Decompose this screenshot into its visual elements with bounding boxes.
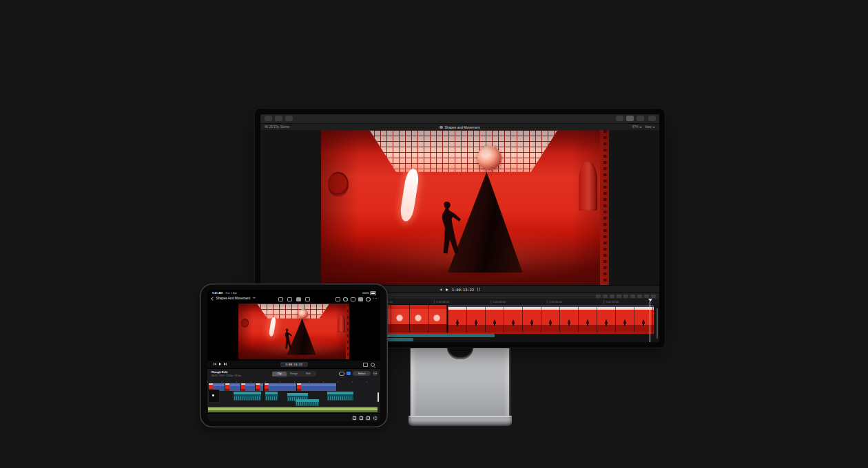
connected-clip-placeholder[interactable] — [208, 390, 220, 403]
video-clip[interactable] — [448, 305, 654, 334]
more-icon[interactable] — [373, 371, 378, 376]
overwrite-icon[interactable] — [359, 416, 364, 421]
video-clip[interactable] — [241, 383, 256, 391]
fcp-ipad-app: 9:41 AM Tue 1 Apr 100% Shapes And Moveme… — [207, 290, 380, 421]
transitions-icon[interactable] — [651, 295, 656, 298]
segment-clip[interactable]: Clip — [272, 372, 287, 376]
connect-tool-icon[interactable] — [347, 372, 351, 376]
share-icon[interactable] — [648, 116, 656, 121]
media-browser-icon[interactable] — [358, 297, 363, 302]
music-track[interactable] — [208, 407, 378, 412]
status-date: Tue 1 Apr — [225, 291, 237, 295]
floor-shadow — [431, 265, 528, 279]
wall-porthole — [241, 319, 249, 328]
more-icon[interactable] — [373, 297, 377, 301]
zoom-level-dropdown[interactable]: 67% — [632, 125, 639, 129]
stand-notch — [447, 348, 473, 359]
timeline-scroll-indicator[interactable] — [378, 392, 379, 402]
snapping-icon[interactable] — [630, 295, 635, 298]
timeline-scrollbar[interactable] — [657, 308, 658, 339]
timecode-display: 1:00:13:22 — [280, 362, 308, 367]
wall-light-window — [269, 317, 277, 337]
view-dropdown[interactable]: View — [645, 125, 652, 129]
expand-icon[interactable] — [363, 363, 368, 367]
playhead[interactable] — [650, 299, 650, 342]
wall-arch — [579, 161, 597, 211]
mic-icon[interactable] — [296, 297, 301, 302]
metallic-sphere — [477, 146, 502, 171]
audio-clip[interactable]: Music — [382, 334, 495, 337]
loop-icon[interactable] — [373, 416, 378, 421]
chevron-down-icon — [639, 127, 642, 128]
select-button[interactable]: Select — [353, 371, 371, 376]
skip-back-icon[interactable] — [440, 288, 442, 291]
mute-icon[interactable] — [366, 416, 371, 421]
chevron-down-icon — [652, 127, 655, 128]
delete-icon[interactable] — [305, 297, 310, 302]
appearance-icon[interactable] — [617, 295, 621, 298]
undo-icon[interactable] — [278, 297, 283, 302]
battery-percent: 100% — [362, 291, 369, 295]
display-stand-arm — [410, 348, 510, 419]
libraries-icon[interactable] — [265, 116, 272, 121]
timeline-meta: 00:21 • 16:9 • 2160p • 24 fps — [211, 374, 241, 377]
audio-meters-icon[interactable] — [477, 288, 480, 291]
chevron-down-icon — [253, 297, 256, 299]
media-import-icon[interactable] — [275, 116, 282, 121]
timer-icon[interactable] — [343, 297, 348, 302]
export-icon[interactable] — [335, 297, 340, 302]
skimming-icon[interactable] — [623, 295, 628, 298]
audio-clip[interactable] — [234, 392, 261, 401]
layout-icon[interactable] — [351, 297, 355, 302]
ceiling-glow — [379, 130, 546, 171]
keywords-icon[interactable] — [285, 116, 293, 121]
viewer-zoom-controls: 67% View — [632, 125, 656, 129]
solo-icon[interactable] — [637, 295, 642, 298]
timecode-display: 1:00:13:22 — [452, 288, 474, 292]
back-icon[interactable] — [211, 297, 215, 301]
delete-icon[interactable] — [352, 416, 357, 421]
index-icon[interactable] — [596, 295, 601, 298]
skip-back-icon[interactable] — [214, 363, 216, 365]
timeline-name: Rough Edit — [211, 370, 241, 374]
timeline-ruler[interactable] — [207, 379, 380, 383]
segment-range[interactable]: Range — [287, 372, 301, 376]
audio-clip[interactable] — [265, 392, 278, 401]
play-icon[interactable] — [446, 288, 448, 291]
timeline-toggle-icon[interactable] — [626, 116, 634, 121]
viewer-canvas[interactable] — [207, 302, 380, 361]
loop-icon[interactable] — [339, 372, 344, 376]
ruler-tick: 1:00:10:00 — [547, 300, 562, 304]
video-clip[interactable] — [256, 383, 264, 391]
segment-edit[interactable]: Edit — [301, 372, 316, 376]
audio-clip[interactable] — [327, 392, 353, 401]
play-icon[interactable] — [219, 363, 221, 365]
metallic-sphere — [298, 309, 308, 319]
timeline-panel: Rough Edit 00:21 • 16:9 • 2160p • 24 fps… — [207, 368, 380, 421]
browser-toggle-icon[interactable] — [616, 116, 623, 121]
fcp-toolbar — [260, 114, 659, 124]
project-icon — [440, 126, 443, 129]
effects-icon[interactable] — [644, 295, 649, 298]
edit-mode-segmented-control: Clip Range Edit — [272, 371, 316, 376]
project-title[interactable]: Shapes And Movement — [216, 297, 251, 300]
zoom-icon[interactable] — [371, 363, 375, 367]
inspector-toggle-icon[interactable] — [637, 116, 644, 121]
marker-icon[interactable] — [603, 295, 608, 298]
record-icon[interactable] — [366, 297, 371, 302]
performer-silhouette — [432, 191, 464, 275]
video-clip[interactable] — [265, 383, 297, 391]
filmstrip-wall-panel — [346, 304, 349, 359]
floor-shadow — [280, 352, 318, 357]
video-clip[interactable] — [297, 383, 337, 391]
ceiling-glow — [260, 304, 324, 318]
video-clip[interactable] — [225, 383, 241, 391]
redo-icon[interactable] — [287, 297, 292, 302]
audio-clip[interactable] — [296, 399, 319, 406]
red-room-video — [321, 130, 609, 285]
viewer-info-bar: 4K 29.97p, Stereo Shapes and Movement 67… — [260, 124, 659, 130]
trim-icon[interactable] — [610, 295, 614, 298]
wall-light-window — [399, 168, 420, 222]
status-bar: 9:41 AM Tue 1 Apr 100% — [207, 290, 380, 295]
skip-forward-icon[interactable] — [224, 363, 227, 365]
